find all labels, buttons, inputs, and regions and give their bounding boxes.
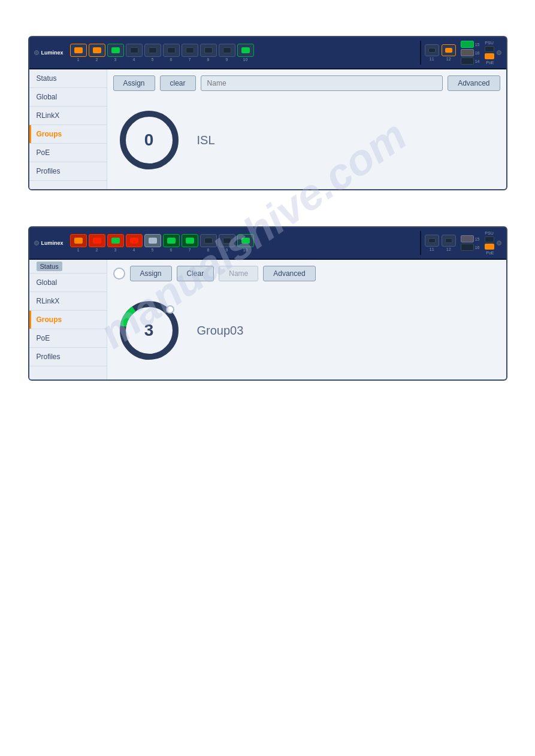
sidebar-item-rlinkx-2[interactable]: RLinkX — [29, 292, 107, 311]
advanced-button-1[interactable]: Advanced — [448, 75, 500, 91]
port-6[interactable]: 6 — [163, 44, 180, 62]
group-label-2: Group03 — [197, 324, 244, 338]
selection-indicator — [113, 268, 125, 280]
psu-led-top — [485, 46, 494, 52]
panel-2: Luminex 1 2 3 4 — [28, 226, 507, 381]
screw-right-1 — [497, 50, 501, 55]
clear-button-2[interactable]: Clear — [177, 266, 214, 281]
hw-strip-1: Luminex 1 2 3 4 — [29, 37, 506, 69]
dial-area-1: 0 ISL — [113, 98, 500, 182]
psu-section-1: PSU PoE — [485, 41, 494, 65]
port-11[interactable]: 11 — [425, 44, 439, 61]
sfp-14[interactable] — [461, 57, 474, 65]
sidebar-item-groups-2[interactable]: Groups — [29, 311, 107, 329]
clear-button-1[interactable]: clear — [160, 75, 196, 91]
logo-2: Luminex — [41, 240, 68, 247]
main-panel-2: Assign Clear Name Advanced 3 — [107, 260, 506, 379]
ports-left-2: 1 2 3 4 5 — [70, 234, 415, 252]
sidebar-item-global-1[interactable]: Global — [29, 88, 107, 107]
port-8[interactable]: 8 — [200, 44, 217, 62]
sfp-15[interactable] — [461, 41, 474, 48]
status-tab[interactable]: Status — [37, 262, 62, 271]
psu-section-2: PSU PoE — [485, 231, 494, 255]
group-label-1: ISL — [197, 133, 215, 147]
psu-led-bottom — [485, 53, 494, 59]
ports-left-1: 1 2 3 4 5 — [70, 44, 415, 62]
name-input-1[interactable] — [201, 75, 443, 91]
p2-psu-led-top — [485, 236, 494, 242]
sidebar-item-profiles-1[interactable]: Profiles — [29, 162, 107, 181]
sidebar-item-profiles-2[interactable]: Profiles — [29, 348, 107, 366]
sidebar-2: Status Global RLinkX Groups PoE Profiles — [29, 260, 107, 379]
sidebar-item-groups-1[interactable]: Groups — [29, 125, 107, 144]
sidebar-item-status-2[interactable]: Status — [29, 260, 107, 274]
p2-port-11[interactable]: 11 — [425, 235, 439, 251]
sfp-16[interactable] — [461, 49, 474, 56]
sidebar-item-poe-1[interactable]: PoE — [29, 144, 107, 162]
p2-port-10[interactable]: 10 — [237, 234, 254, 252]
sidebar-item-poe-2[interactable]: PoE — [29, 329, 107, 348]
p2-sfp-15[interactable] — [461, 235, 474, 242]
port-4[interactable]: 4 — [126, 44, 143, 62]
dial-1[interactable]: 0 — [119, 110, 179, 170]
port-10[interactable]: 10 — [237, 44, 254, 62]
dial-area-2: 3 Group03 — [113, 289, 500, 372]
port-3[interactable]: 3 — [107, 44, 124, 62]
ports-right-1: 11 12 15 16 14 — [420, 41, 494, 65]
dial-value-2: 3 — [144, 321, 154, 340]
assign-button-1[interactable]: Assign — [113, 75, 155, 91]
hw-strip-2: Luminex 1 2 3 4 — [29, 227, 506, 260]
p2-port-4[interactable]: 4 — [126, 234, 143, 252]
content-1: Status Global RLinkX Groups PoE Profiles… — [29, 69, 506, 189]
dial-value-1: 0 — [144, 130, 154, 150]
assign-button-2[interactable]: Assign — [130, 266, 172, 281]
p2-sfp-16[interactable] — [461, 244, 474, 251]
p2-port-9[interactable]: 9 — [219, 234, 235, 252]
port-5[interactable]: 5 — [144, 44, 161, 62]
content-2: Status Global RLinkX Groups PoE Profiles… — [29, 260, 506, 379]
screw-left-2 — [34, 241, 39, 245]
p2-port-8[interactable]: 8 — [200, 234, 217, 252]
sidebar-item-status-1[interactable]: Status — [29, 69, 107, 88]
port-2[interactable]: 2 — [89, 44, 105, 62]
port-1[interactable]: 1 — [70, 44, 87, 62]
toolbar-1: Assign clear Advanced — [113, 75, 500, 91]
p2-port-12[interactable]: 12 — [442, 235, 456, 251]
sidebar-item-rlinkx-1[interactable]: RLinkX — [29, 107, 107, 125]
ports-right-2: 11 12 15 16 PSU PoE — [420, 231, 494, 255]
name-button-2[interactable]: Name — [219, 266, 258, 281]
port-7[interactable]: 7 — [182, 44, 198, 62]
p2-port-7[interactable]: 7 — [182, 234, 198, 252]
port-9[interactable]: 9 — [219, 44, 235, 62]
advanced-button-2[interactable]: Advanced — [263, 266, 315, 281]
logo-1: Luminex — [41, 50, 68, 56]
screw-right-2 — [497, 241, 501, 245]
p2-port-5[interactable]: 5 — [144, 234, 161, 252]
sidebar-1: Status Global RLinkX Groups PoE Profiles — [29, 69, 107, 189]
arc-endpoint — [166, 305, 174, 314]
p2-port-2[interactable]: 2 — [89, 234, 105, 252]
toolbar-2: Assign Clear Name Advanced — [113, 266, 500, 281]
panel-1: Luminex 1 2 3 4 — [28, 36, 507, 190]
dial-container-2: 3 — [119, 300, 179, 360]
p2-port-3[interactable]: 3 — [107, 234, 124, 252]
p2-psu-led-bottom — [485, 244, 494, 250]
p2-port-1[interactable]: 1 — [70, 234, 87, 252]
port-12[interactable]: 12 — [442, 44, 456, 61]
main-panel-1: Assign clear Advanced 0 ISL — [107, 69, 506, 189]
sidebar-item-global-2[interactable]: Global — [29, 274, 107, 292]
p2-port-6[interactable]: 6 — [163, 234, 180, 252]
screw-left-1 — [34, 50, 39, 55]
